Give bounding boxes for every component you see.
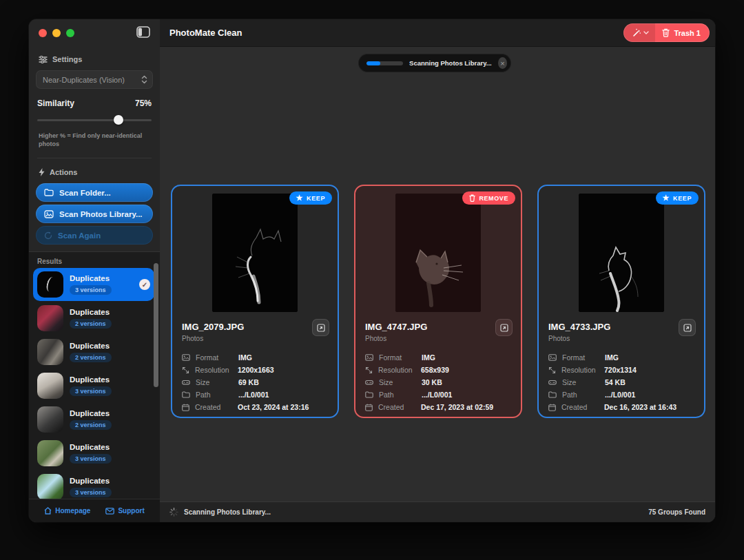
homepage-label: Homepage [55, 507, 90, 515]
meta-label: Format [562, 353, 605, 362]
metadata-list: Format IMG Resolution 658x939 Size [365, 351, 511, 413]
detection-mode-select[interactable]: Near-Duplicates (Vision) [36, 70, 153, 89]
similarity-slider[interactable] [37, 115, 152, 125]
star-icon: ★ [663, 194, 670, 202]
group-row-6[interactable]: Duplicates 3 versions [33, 437, 154, 470]
keep-badge-label: KEEP [307, 195, 325, 202]
version-count-badge: 2 versions [70, 319, 112, 329]
filename: IMG_2079.JPG [182, 322, 328, 332]
image-icon [548, 354, 557, 361]
homepage-link[interactable]: Homepage [44, 507, 90, 515]
group-row-3[interactable]: Duplicates 2 versions [33, 335, 154, 369]
open-in-app-button[interactable] [312, 319, 329, 336]
open-in-app-button[interactable] [495, 319, 513, 336]
meta-value: IMG [238, 353, 252, 362]
progress-fill [366, 61, 380, 65]
version-count-badge: 3 versions [70, 285, 112, 295]
group-thumbnail [37, 440, 63, 466]
card-info: IMG_4733.JPG Photos Format IMG [539, 312, 704, 413]
sliders-icon [39, 56, 48, 63]
results-label: Results [29, 252, 160, 267]
meta-row-path: Path .../L0/001 [182, 388, 328, 401]
meta-row-resolution: Resolution 1200x1663 [182, 364, 328, 376]
photo-card-3[interactable]: ★ KEEP IMG_4733.JPG Photos Format [537, 185, 705, 418]
photo-preview[interactable] [579, 194, 664, 312]
scan-photos-library-button[interactable]: Scan Photos Library... [36, 205, 153, 223]
similarity-row: Similarity 75% [29, 89, 160, 112]
meta-label: Size [379, 378, 422, 386]
group-row-4[interactable]: Duplicates 3 versions [33, 369, 154, 402]
lightning-icon [39, 168, 45, 176]
minimize-window-button[interactable] [52, 29, 61, 37]
status-scanning-label: Scanning Photos Library... [184, 508, 643, 516]
meta-label: Created [378, 403, 421, 411]
open-in-app-button[interactable] [679, 319, 696, 336]
meta-value: 54 KB [605, 378, 626, 386]
meta-row-size: Size 54 KB [548, 376, 694, 388]
group-row-5[interactable]: Duplicates 2 versions [33, 403, 154, 436]
chevron-down-icon [643, 31, 649, 34]
keep-badge-label: KEEP [673, 195, 692, 202]
meta-label: Path [196, 391, 238, 399]
drive-icon [365, 379, 373, 386]
meta-row-resolution: Resolution 658x939 [365, 364, 511, 376]
image-icon [182, 354, 190, 361]
group-row-2[interactable]: Duplicates 2 versions [33, 302, 154, 335]
photo-preview[interactable] [212, 194, 298, 312]
source-label: Photos [548, 335, 694, 342]
calendar-icon [365, 404, 373, 411]
results-scrollbar[interactable] [154, 263, 158, 387]
meta-label: Path [562, 391, 605, 399]
external-link-icon [500, 324, 508, 332]
trash-small-icon [469, 194, 475, 202]
auto-select-menu-button[interactable] [623, 23, 655, 42]
meta-label: Resolution [561, 366, 604, 374]
trash-action-button[interactable]: Trash 1 [655, 23, 710, 42]
meta-row-format: Format IMG [365, 351, 511, 364]
remove-badge-label: REMOVE [479, 195, 508, 202]
main-area: PhotoMate Clean Trash 1 Scanning Photos … [160, 19, 715, 522]
main-titlebar: PhotoMate Clean Trash 1 [160, 19, 715, 47]
group-thumbnail [37, 339, 63, 365]
duplicate-group-list: Duplicates 3 versions ✓ Duplicates 2 ver… [29, 267, 160, 499]
toggle-sidebar-icon[interactable] [136, 26, 150, 41]
scan-progress-bar [366, 61, 403, 65]
meta-label: Format [196, 353, 238, 362]
group-thumbnail [37, 474, 63, 499]
group-row-1[interactable]: Duplicates 3 versions ✓ [33, 268, 154, 301]
group-thumbnail [37, 271, 63, 298]
spinner-icon [169, 508, 178, 517]
scan-folder-button[interactable]: Scan Folder... [36, 183, 153, 202]
group-title: Duplicates [70, 308, 150, 316]
trash-split-button[interactable]: Trash 1 [623, 23, 710, 42]
similarity-thumb[interactable] [114, 115, 123, 125]
slider-track[interactable] [37, 119, 152, 121]
external-link-icon [317, 324, 325, 332]
meta-row-path: Path .../L0/001 [365, 388, 511, 401]
photo-card-1[interactable]: ★ KEEP IMG_2079.JPG Photos Format [171, 185, 339, 418]
zoom-window-button[interactable] [66, 29, 74, 37]
cat-photo-1 [212, 194, 298, 312]
version-count-badge: 2 versions [70, 353, 112, 362]
photo-card-2[interactable]: REMOVE IMG_4747.JPG Photos Format IM [354, 185, 522, 418]
sidebar-footer: Homepage Support [29, 499, 160, 522]
support-link[interactable]: Support [105, 507, 144, 515]
scan-again-button[interactable]: Scan Again [36, 226, 153, 245]
scan-folder-label: Scan Folder... [59, 189, 111, 197]
keep-badge: ★ KEEP [656, 191, 699, 205]
photos-icon [44, 210, 54, 218]
sidebar-divider [37, 158, 152, 158]
duplicate-cards-row: ★ KEEP IMG_2079.JPG Photos Format [171, 185, 705, 418]
app-title: PhotoMate Clean [169, 28, 623, 38]
photo-preview[interactable] [395, 194, 481, 312]
meta-value: .../L0/001 [605, 391, 635, 399]
cancel-scan-button[interactable]: × [498, 57, 507, 69]
version-count-badge: 2 versions [70, 420, 112, 430]
group-row-7[interactable]: Duplicates 3 versions [33, 470, 154, 499]
version-count-badge: 3 versions [70, 488, 112, 497]
meta-label: Path [379, 391, 422, 399]
group-title: Duplicates [70, 409, 150, 417]
close-window-button[interactable] [39, 29, 47, 37]
metadata-list: Format IMG Resolution 1200x1663 Size [182, 351, 328, 413]
window-controls [29, 19, 160, 47]
